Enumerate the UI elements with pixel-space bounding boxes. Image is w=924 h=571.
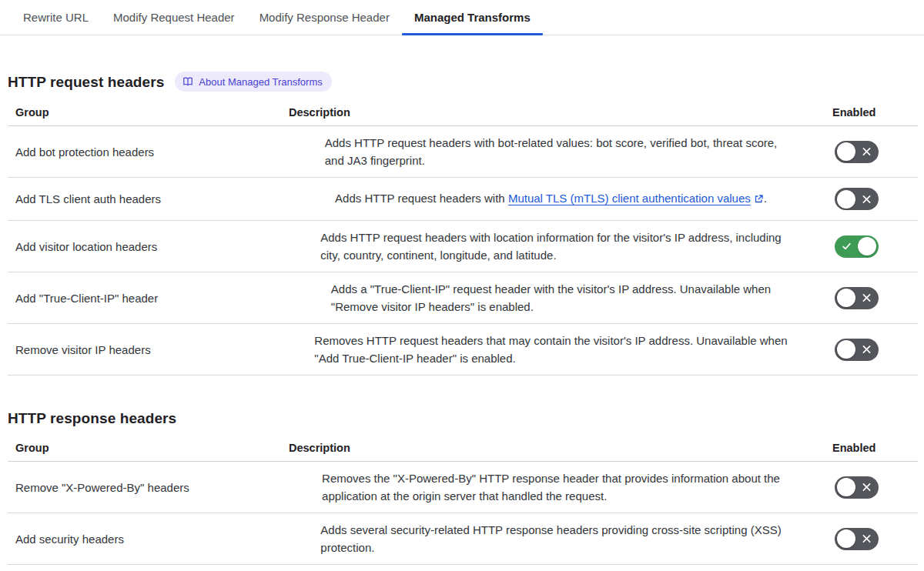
row-description: Removes the "X-Powered-By" HTTP response… bbox=[289, 462, 825, 513]
toggle-knob bbox=[837, 289, 855, 307]
table-row: Add "True-Client-IP" header Adds a "True… bbox=[8, 272, 918, 324]
row-description-text: Adds HTTP request headers with Mutual TL… bbox=[335, 189, 767, 209]
external-link-icon bbox=[754, 191, 764, 209]
row-group-label: Add "True-Client-IP" header bbox=[8, 277, 289, 319]
row-description-text: Adds several security-related HTTP respo… bbox=[320, 521, 781, 556]
book-icon bbox=[182, 76, 193, 87]
row-description: Adds several security-related HTTP respo… bbox=[289, 513, 825, 564]
row-description: Adds HTTP request headers with location … bbox=[289, 221, 825, 272]
tab-managed-transforms[interactable]: Managed Transforms bbox=[402, 0, 543, 35]
x-icon bbox=[862, 194, 872, 204]
row-group-label: Remove visitor IP headers bbox=[8, 329, 289, 371]
column-header-description: Description bbox=[289, 439, 825, 461]
row-description: Adds HTTP request headers with Mutual TL… bbox=[289, 178, 825, 220]
table-row: Add visitor location headers Adds HTTP r… bbox=[8, 221, 918, 272]
x-icon bbox=[862, 534, 872, 544]
toggle-remove-visitor-ip-headers[interactable] bbox=[835, 339, 879, 361]
row-group-label: Add visitor location headers bbox=[8, 225, 289, 268]
request-headers-table: Group Description Enabled Add bot protec… bbox=[8, 103, 918, 376]
table-header-row: Group Description Enabled bbox=[8, 439, 918, 462]
row-description-text: Adds a "True-Client-IP" request header w… bbox=[331, 280, 771, 316]
toggle-remove-x-powered-by-headers[interactable] bbox=[835, 476, 879, 499]
column-header-enabled: Enabled bbox=[825, 439, 918, 461]
request-headers-title: HTTP request headers bbox=[8, 73, 164, 91]
row-description-text: Removes HTTP request headers that may co… bbox=[314, 332, 787, 367]
toggle-knob bbox=[837, 190, 855, 209]
toggle-add-tls-client-auth-headers[interactable] bbox=[835, 188, 879, 210]
toggle-add-bot-protection-headers[interactable] bbox=[835, 141, 879, 163]
row-description-text: Removes the "X-Powered-By" HTTP response… bbox=[322, 469, 780, 505]
row-group-label: Add security headers bbox=[8, 518, 289, 560]
row-group-label: Remove "X-Powered-By" headers bbox=[8, 466, 289, 509]
mtls-docs-link[interactable]: Mutual TLS (mTLS) client authentication … bbox=[508, 192, 751, 205]
row-group-label: Add TLS client auth headers bbox=[8, 178, 289, 220]
table-row: Add TLS client auth headers Adds HTTP re… bbox=[8, 178, 918, 221]
column-header-description: Description bbox=[289, 103, 825, 125]
toggle-add-security-headers[interactable] bbox=[835, 528, 879, 550]
tab-modify-request-header[interactable]: Modify Request Header bbox=[101, 0, 247, 35]
badge-label: About Managed Transforms bbox=[199, 77, 322, 87]
toggle-add-visitor-location-headers[interactable] bbox=[835, 235, 879, 258]
column-header-group: Group bbox=[8, 103, 289, 125]
toggle-knob bbox=[837, 478, 855, 496]
about-managed-transforms-badge[interactable]: About Managed Transforms bbox=[175, 72, 331, 92]
toggle-knob bbox=[858, 237, 876, 255]
x-icon bbox=[862, 483, 872, 493]
response-headers-title: HTTP response headers bbox=[8, 409, 176, 427]
table-header-row: Group Description Enabled bbox=[8, 103, 918, 126]
row-description: Removes HTTP request headers that may co… bbox=[289, 324, 825, 375]
row-description: Adds HTTP request headers with bot-relat… bbox=[289, 126, 825, 177]
row-description: Adds a "True-Client-IP" request header w… bbox=[289, 272, 825, 323]
row-description-text: Adds HTTP request headers with location … bbox=[320, 229, 781, 264]
table-row: Add bot protection headers Adds HTTP req… bbox=[8, 126, 918, 178]
toggle-knob bbox=[837, 529, 855, 548]
table-row: Add security headers Adds several securi… bbox=[8, 513, 918, 565]
toggle-add-true-client-ip-header[interactable] bbox=[835, 287, 879, 309]
x-icon bbox=[862, 293, 872, 303]
table-row: Remove "X-Powered-By" headers Removes th… bbox=[8, 462, 918, 513]
response-headers-table: Group Description Enabled Remove "X-Powe… bbox=[8, 439, 918, 565]
toggle-knob bbox=[837, 142, 855, 161]
column-header-group: Group bbox=[8, 439, 289, 461]
x-icon bbox=[862, 147, 872, 157]
column-header-enabled: Enabled bbox=[825, 103, 918, 125]
tab-modify-response-header[interactable]: Modify Response Header bbox=[247, 0, 402, 35]
check-icon bbox=[842, 242, 852, 252]
table-row: Remove visitor IP headers Removes HTTP r… bbox=[8, 324, 918, 376]
row-description-text: Adds HTTP request headers with bot-relat… bbox=[325, 134, 778, 169]
tab-rewrite-url[interactable]: Rewrite URL bbox=[11, 0, 101, 35]
x-icon bbox=[862, 345, 872, 355]
row-group-label: Add bot protection headers bbox=[8, 131, 289, 173]
tab-bar: Rewrite URL Modify Request Header Modify… bbox=[0, 0, 924, 35]
toggle-knob bbox=[837, 340, 855, 359]
